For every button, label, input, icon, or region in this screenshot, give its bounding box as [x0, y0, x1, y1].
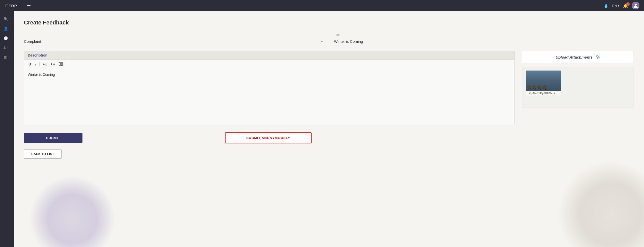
navbar-right: 💧 EN ▾ 🔔 1: [604, 2, 639, 9]
indent-button[interactable]: [58, 62, 65, 67]
svg-point-6: [51, 64, 52, 65]
brand-logo[interactable]: ITERP: [5, 4, 17, 8]
svg-point-5: [51, 63, 52, 64]
upload-attachments-button[interactable]: Upload Attachments 📎: [522, 51, 634, 63]
title-input[interactable]: [334, 38, 634, 45]
language-label: EN: [612, 4, 617, 8]
description-panel: Description B I 1.: [24, 51, 515, 125]
navbar-left: ITERP ☰: [5, 3, 31, 8]
sidebar-item-clock[interactable]: 🕐 ›: [0, 34, 14, 42]
chevron-icon: ›: [7, 47, 8, 49]
chevron-icon: ›: [8, 56, 9, 59]
unordered-list-button[interactable]: [50, 62, 57, 67]
notification-count: 1: [626, 2, 630, 6]
back-to-list-button[interactable]: BACK TO LIST: [24, 149, 62, 159]
clock-icon: 🕐: [4, 36, 8, 40]
ordered-list-icon: 1.: [43, 62, 47, 66]
buttons-bottom-row: BACK TO LIST: [24, 147, 634, 159]
navbar: ITERP ☰ 💧 EN ▾ 🔔 1: [0, 0, 644, 11]
unordered-list-icon: [51, 62, 55, 66]
decorative-blob-right: [557, 160, 644, 247]
submit-anonymous-button[interactable]: SUBMIT ANONYMOUSLY: [225, 132, 312, 143]
brand-it: IT: [5, 4, 8, 8]
description-header: Description: [24, 51, 514, 60]
submit-button[interactable]: SUBMIT: [24, 133, 82, 143]
upload-label: Upload Attachments: [556, 55, 593, 59]
attachment-item[interactable]: GpNuZSPy6REGmX...: [526, 71, 561, 104]
svg-text:1.: 1.: [43, 62, 45, 65]
chevron-icon: ›: [9, 18, 10, 20]
category-select[interactable]: Complaint Suggestion Bug Report Question: [24, 38, 324, 45]
bold-button[interactable]: B: [27, 62, 32, 66]
buttons-row: SUBMIT SUBMIT ANONYMOUSLY: [24, 132, 634, 143]
user-icon: 👤: [4, 26, 8, 31]
svg-point-0: [635, 4, 637, 6]
description-editor[interactable]: Winter is Coming: [24, 69, 514, 125]
sidebar-item-user[interactable]: 👤 ›: [0, 24, 14, 33]
notifications-bell[interactable]: 🔔 1: [623, 3, 628, 8]
sidebar: 🔍 › 👤 › 🕐 › $ › ☰ ›: [0, 11, 14, 247]
attachment-image: [526, 71, 561, 91]
title-field: Title: [334, 33, 634, 45]
attachment-filename: GpNuZSPy6REGmX...: [526, 91, 561, 95]
attachments-panel: Upload Attachments 📎 GpNuZSPy6REGmX...: [522, 51, 634, 125]
attachments-grid: GpNuZSPy6REGmX...: [522, 67, 634, 107]
decorative-blob-left: [29, 176, 116, 247]
category-select-wrapper: Complaint Suggestion Bug Report Question…: [24, 38, 324, 45]
toolbar-divider-1: [39, 62, 40, 66]
chevron-icon: ›: [9, 27, 10, 30]
sidebar-item-list[interactable]: ☰ ›: [0, 53, 14, 62]
paperclip-icon: 📎: [595, 55, 600, 59]
attachment-preview: [526, 71, 561, 91]
title-label: Title: [334, 33, 634, 37]
search-icon: 🔍: [4, 17, 8, 21]
italic-button[interactable]: I: [34, 62, 37, 66]
sidebar-item-money[interactable]: $ ›: [0, 44, 14, 52]
description-toolbar: B I 1.: [24, 60, 514, 69]
chevron-icon: ›: [9, 37, 10, 39]
ordered-list-button[interactable]: 1.: [42, 62, 48, 67]
dollar-icon: $: [4, 46, 6, 50]
list-icon: ☰: [4, 56, 7, 60]
user-avatar[interactable]: [632, 2, 639, 9]
form-row-top: Complaint Suggestion Bug Report Question…: [24, 33, 634, 45]
water-icon: 💧: [604, 3, 609, 8]
main-content: Create Feedback Complaint Suggestion Bug…: [14, 11, 644, 247]
indent-icon: [59, 62, 63, 66]
menu-icon[interactable]: ☰: [27, 3, 31, 8]
category-field: Complaint Suggestion Bug Report Question…: [24, 38, 324, 45]
language-selector[interactable]: EN ▾: [612, 4, 620, 8]
brand-erp: ERP: [8, 4, 17, 8]
page-title: Create Feedback: [24, 19, 634, 26]
content-columns: Description B I 1.: [24, 51, 634, 125]
sidebar-item-search[interactable]: 🔍 ›: [0, 15, 14, 23]
